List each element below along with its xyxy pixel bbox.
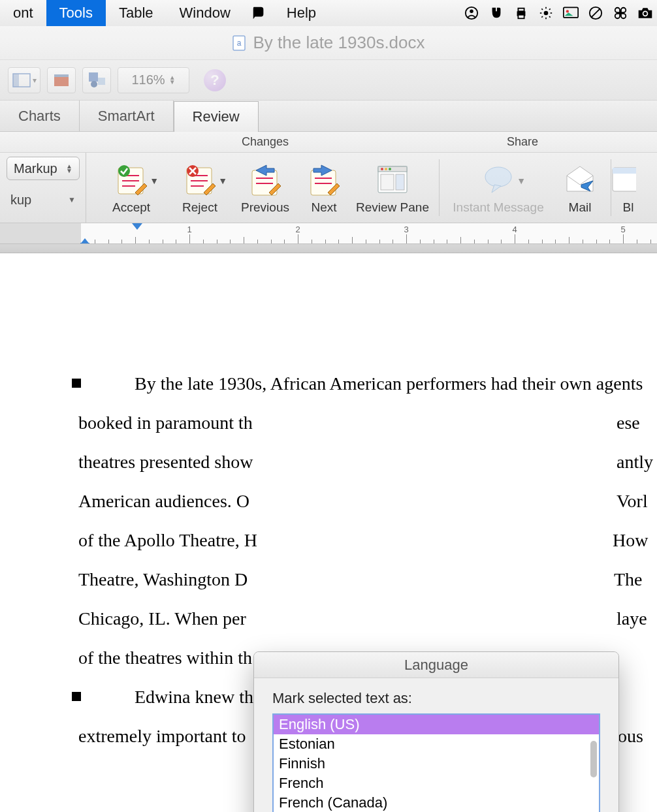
para-line-2a: booked in paramount th [78,403,253,443]
language-option-french[interactable]: French [274,773,599,793]
language-dialog-overlay: Language Mark selected text as: English … [253,651,619,812]
para-line-4a: American audiences. O [78,491,249,511]
markup-options-selector[interactable]: kup ▼ [7,189,80,210]
command-icon[interactable] [613,5,628,21]
para-line-10a: extremely important to [78,726,246,746]
document-viewport[interactable]: By the late 1930s, African American perf… [0,253,657,812]
svg-rect-50 [381,174,394,190]
para-line-10b: ous [618,717,643,756]
menu-item-window[interactable]: Window [167,0,244,26]
paragraph-bullet-2 [72,692,81,701]
instant-message-button[interactable]: ▼ Instant Message [443,161,553,215]
group-label-share: Share [507,135,538,149]
para-line-9b: ess [618,678,657,717]
svg-rect-3 [518,8,524,12]
para-line-3b: antly [617,443,653,482]
menu-script-icon[interactable] [244,0,274,26]
document-icon: a [232,35,246,52]
quick-toolbar: ▾ 116% ▲▼ ? [0,60,657,101]
brightness-icon[interactable] [538,5,554,21]
toolbox-button[interactable] [47,67,76,93]
ribbon: Markup ▲▼ kup ▼ ▼ Accept [0,153,657,223]
document-filename: By the late 1930s.docx [253,33,425,53]
svg-line-10 [541,8,543,10]
language-option-english-us[interactable]: English (US) [274,715,599,734]
svg-line-13 [549,8,551,10]
display-icon[interactable] [563,5,579,21]
menu-item-tools[interactable]: Tools [46,0,106,26]
markup-display-label: Markup [14,161,57,176]
printer-icon[interactable] [513,5,529,21]
tab-smartart[interactable]: SmartArt [80,101,174,131]
sidebar-toggle-button[interactable]: ▾ [8,67,40,93]
ribbon-group-labels: Changes Share [0,132,657,153]
markup-block: Markup ▲▼ kup ▼ [0,153,86,223]
tab-charts[interactable]: Charts [0,101,80,131]
svg-point-52 [485,167,511,187]
window-title-bar: a By the late 1930s.docx [0,26,657,60]
reject-button[interactable]: ▼ Reject [167,161,232,215]
left-indent-marker[interactable] [80,243,89,244]
blog-button-partial[interactable]: Bl [615,161,641,215]
svg-point-47 [381,168,383,170]
para-line-9a: Edwina knew tha [135,687,261,707]
first-line-indent-marker[interactable] [132,223,142,230]
svg-point-15 [566,10,569,12]
evernote-icon[interactable] [489,5,504,21]
instant-message-label: Instant Message [453,200,543,215]
svg-point-48 [385,168,387,170]
language-option-estonian[interactable]: Estonian [274,734,599,754]
horizontal-ruler[interactable]: 12345 [0,223,657,244]
para-line-7b: laye [617,599,647,638]
changes-tools: ▼ Accept ▼ Reject [86,153,657,223]
mail-button[interactable]: Mail [553,161,607,215]
svg-rect-25 [54,74,69,77]
svg-line-11 [549,16,551,18]
svg-point-49 [389,168,391,170]
svg-point-1 [470,10,473,14]
language-list[interactable]: English (US) Estonian Finnish French Fre… [272,713,600,812]
language-option-french-canada[interactable]: French (Canada) [274,793,599,812]
tab-review[interactable]: Review [174,101,259,132]
next-button[interactable]: Next [298,161,350,215]
svg-rect-54 [613,168,636,174]
next-label: Next [311,200,336,215]
ruler-divider [0,244,657,253]
language-option-finnish[interactable]: Finnish [274,754,599,773]
previous-button[interactable]: Previous [232,161,298,215]
ribbon-divider [439,159,440,216]
svg-rect-23 [13,74,19,87]
markup-sub-label: kup [10,193,31,208]
para-line-4b: Vorl [617,482,648,521]
review-pane-button[interactable]: Review Pane [350,161,435,215]
zoom-value: 116% [131,72,165,87]
media-button[interactable] [82,67,111,93]
svg-point-33 [118,165,130,177]
para-line-3a: theatres presented show [78,452,253,472]
menu-item-font-partial[interactable]: ont [0,0,46,26]
accept-button[interactable]: ▼ Accept [95,161,167,215]
para-line-6a: Theatre, Washington D [78,569,248,589]
blog-label: Bl [623,200,634,215]
zoom-combo[interactable]: 116% ▲▼ [118,67,189,93]
dialog-title: Language [254,652,618,678]
ribbon-tabs: Charts SmartArt Review [0,101,657,132]
para-line-6b: The [614,560,643,599]
para-line-5a: of the Apollo Theatre, H [78,530,257,550]
status-icons [464,0,657,26]
menu-item-help[interactable]: Help [274,0,329,26]
paragraph-bullet-1 [72,379,81,388]
markup-display-selector[interactable]: Markup ▲▼ [7,157,80,180]
language-list-scrollbar[interactable] [590,741,597,777]
para-line-7a: Chicago, IL. When per [78,608,246,629]
camera-icon[interactable] [637,5,653,21]
para-line-2b: ese [617,403,640,443]
svg-rect-26 [89,72,98,82]
para-line-5b: How [613,521,648,560]
svg-rect-51 [396,174,404,190]
block-icon[interactable] [588,5,603,21]
help-button[interactable]: ? [204,69,226,91]
menu-item-table[interactable]: Table [106,0,167,26]
user-icon[interactable] [464,5,479,21]
svg-point-19 [643,12,647,15]
